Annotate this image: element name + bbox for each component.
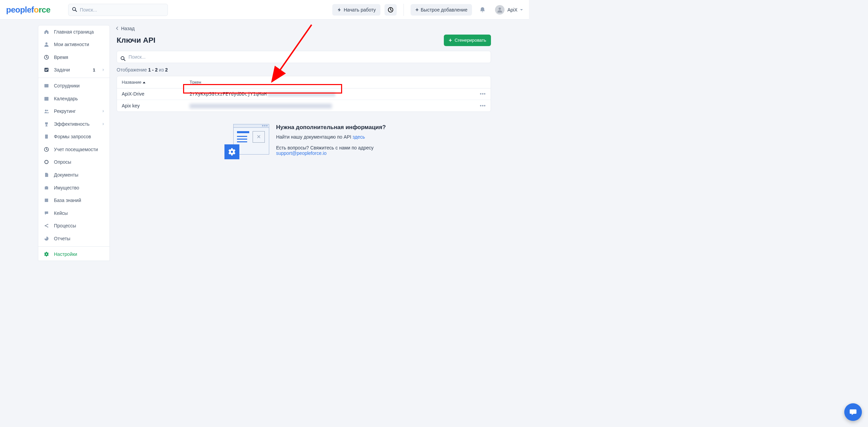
nav-label: База знаний bbox=[54, 198, 81, 203]
sidebar-item-tasks[interactable]: Задачи1 bbox=[38, 64, 110, 77]
sidebar-item-performance[interactable]: Эффективность bbox=[38, 118, 110, 130]
nav-label: Календарь bbox=[54, 96, 78, 101]
header-search-input[interactable] bbox=[68, 4, 168, 16]
sidebar-item-knowledge[interactable]: База знаний bbox=[38, 194, 110, 207]
nav-label: Мои активности bbox=[54, 42, 89, 47]
sidebar-item-processes[interactable]: Процессы bbox=[38, 219, 110, 232]
row-name: ApiX-Drive bbox=[122, 91, 190, 97]
table-header: Название Токен bbox=[117, 76, 491, 88]
clipboard-icon bbox=[44, 134, 49, 139]
sidebar-item-attendance[interactable]: Учет посещаемости bbox=[38, 143, 110, 156]
chevron-right-icon bbox=[103, 123, 104, 125]
user-menu[interactable]: ApiX bbox=[495, 5, 523, 15]
clock-icon bbox=[44, 147, 49, 152]
sidebar-item-calendar[interactable]: Календарь bbox=[38, 92, 110, 105]
info-illustration: × bbox=[222, 124, 269, 161]
nav-label: Сотрудники bbox=[54, 83, 80, 88]
filter-search-wrap bbox=[117, 51, 491, 67]
start-button[interactable]: Начать работу bbox=[332, 4, 381, 16]
back-label: Назад bbox=[121, 26, 135, 31]
idcard-icon bbox=[44, 83, 49, 88]
table-row: ApiX-Drive 2rXyKxpSGtxzFEYdydDDcjY1qMaH … bbox=[117, 88, 491, 100]
user-name: ApiX bbox=[507, 7, 517, 13]
row-token bbox=[190, 103, 470, 108]
sidebar-item-home[interactable]: Главная страница bbox=[38, 25, 110, 38]
sort-asc-icon bbox=[143, 82, 145, 83]
circle-icon bbox=[44, 160, 49, 164]
avatar bbox=[495, 5, 505, 15]
nav-label: Кейсы bbox=[54, 210, 68, 216]
page-title: Ключи API bbox=[117, 36, 155, 45]
generate-label: Сгенерировать bbox=[455, 38, 486, 43]
info-doc-line: Найти нашу документацию по API здесь bbox=[276, 134, 386, 140]
user-icon bbox=[44, 42, 49, 47]
nav-label: Главная страница bbox=[54, 29, 94, 35]
sidebar-item-assets[interactable]: Имущество bbox=[38, 181, 110, 194]
nav-label: Отчеты bbox=[54, 236, 70, 241]
clock-button[interactable] bbox=[384, 4, 397, 16]
bolt-icon bbox=[337, 7, 342, 12]
sidebar-item-reports[interactable]: Отчеты bbox=[38, 232, 110, 245]
chevron-right-icon bbox=[103, 110, 104, 113]
bell-icon[interactable] bbox=[479, 7, 486, 13]
sidebar-item-employees[interactable]: Сотрудники bbox=[38, 79, 110, 92]
box-icon bbox=[44, 185, 49, 190]
col-token[interactable]: Токен bbox=[190, 80, 470, 85]
generate-button[interactable]: + Сгенерировать bbox=[444, 35, 491, 46]
display-count: Отображение 1 - 2 из 2 bbox=[117, 67, 491, 73]
filter-search-input[interactable] bbox=[117, 51, 491, 63]
nav-label: Процессы bbox=[54, 223, 76, 228]
caret-icon bbox=[520, 9, 523, 11]
clock-icon bbox=[44, 55, 49, 60]
check-icon bbox=[44, 67, 49, 72]
chevron-left-icon bbox=[116, 27, 120, 30]
nav-label: Задачи bbox=[54, 67, 70, 73]
sidebar-item-surveys[interactable]: Опросы bbox=[38, 156, 110, 169]
plus-icon: + bbox=[415, 7, 418, 13]
nav-label: Документы bbox=[54, 172, 78, 178]
row-menu-button[interactable]: ••• bbox=[480, 103, 486, 108]
logo[interactable]: peopleforce bbox=[6, 5, 51, 15]
start-label: Начать работу bbox=[344, 7, 376, 13]
info-title: Нужна дополнительная информация? bbox=[276, 124, 386, 131]
col-name[interactable]: Название bbox=[122, 80, 190, 85]
sidebar-item-activities[interactable]: Мои активности bbox=[38, 38, 110, 51]
book-icon bbox=[44, 198, 49, 203]
logo-part-1: people bbox=[6, 5, 31, 15]
quick-add-button[interactable]: + Быстрое добавление bbox=[411, 4, 472, 16]
nav-label: Опросы bbox=[54, 159, 71, 165]
nav-separator bbox=[38, 78, 110, 78]
sidebar-item-documents[interactable]: Документы bbox=[38, 168, 110, 181]
sidebar-item-settings[interactable]: Настройки bbox=[38, 248, 110, 261]
sidebar-item-recruiting[interactable]: Рекрутинг bbox=[38, 105, 110, 118]
cog-icon bbox=[44, 252, 49, 257]
clock-icon bbox=[388, 7, 393, 13]
sidebar: Главная страница Мои активности Время За… bbox=[38, 25, 110, 261]
plus-icon: + bbox=[449, 37, 452, 43]
nav-label: Учет посещаемости bbox=[54, 147, 98, 152]
row-menu-button[interactable]: ••• bbox=[480, 91, 486, 97]
doc-link[interactable]: здесь bbox=[353, 134, 365, 140]
nav-separator bbox=[38, 246, 110, 247]
pie-icon bbox=[44, 236, 49, 241]
back-link[interactable]: Назад bbox=[117, 26, 135, 31]
header-search-wrap bbox=[68, 4, 168, 16]
quick-add-label: Быстрое добавление bbox=[421, 7, 468, 13]
sidebar-item-time[interactable]: Время bbox=[38, 51, 110, 64]
users-icon bbox=[44, 109, 49, 114]
nav-label: Настройки bbox=[54, 251, 77, 257]
token-obscured bbox=[190, 104, 332, 108]
nav-label: Формы запросов bbox=[54, 134, 91, 139]
logo-part-4: rce bbox=[39, 5, 51, 15]
nav-label: Рекрутинг bbox=[54, 108, 76, 114]
sidebar-item-forms[interactable]: Формы запросов bbox=[38, 130, 110, 143]
support-email-link[interactable]: support@peopleforce.io bbox=[276, 150, 327, 156]
info-card: × Нужна дополнительная информация? Найти… bbox=[117, 124, 491, 161]
share-icon bbox=[44, 223, 49, 228]
token-obscured bbox=[268, 92, 335, 97]
logo-part-2: f bbox=[31, 5, 34, 15]
chevron-right-icon bbox=[103, 68, 104, 71]
calendar-icon bbox=[44, 96, 49, 101]
nav-label: Имущество bbox=[54, 185, 79, 190]
sidebar-item-cases[interactable]: Кейсы bbox=[38, 207, 110, 220]
